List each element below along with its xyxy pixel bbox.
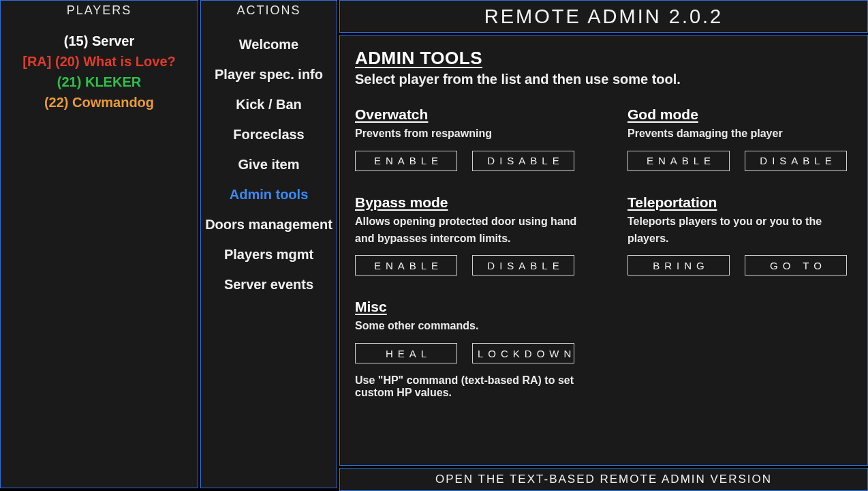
action-item[interactable]: Admin tools (201, 179, 337, 209)
page-subheading: Select player from the list and then use… (355, 72, 852, 87)
overwatch-disable-button[interactable]: DISABLE (472, 151, 574, 171)
bypass-enable-button[interactable]: ENABLE (355, 255, 457, 276)
tool-desc: Prevents damaging the player (627, 125, 852, 143)
player-list: (15) Server[RA] (20) What is Love?(21) K… (1, 21, 198, 488)
action-item[interactable]: Kick / Ban (201, 89, 337, 119)
player-item[interactable]: (15) Server (1, 31, 198, 51)
player-item[interactable]: (21) KLEKER (1, 72, 198, 92)
players-panel: PLAYERS (15) Server[RA] (20) What is Lov… (0, 0, 198, 488)
tool-title: Teleportation (627, 194, 852, 211)
bypass-disable-button[interactable]: DISABLE (472, 255, 574, 276)
actions-header: ACTIONS (201, 1, 337, 21)
teleport-goto-button[interactable]: GO TO (745, 255, 847, 276)
app-title: REMOTE ADMIN 2.0.2 (339, 0, 868, 33)
actions-list: WelcomePlayer spec. infoKick / BanForcec… (201, 21, 337, 488)
action-item[interactable]: Forceclass (201, 119, 337, 149)
tool-title: Misc (355, 299, 580, 315)
tool-overwatch: Overwatch Prevents from respawning ENABL… (355, 106, 580, 171)
player-item[interactable]: [RA] (20) What is Love? (1, 51, 198, 72)
misc-heal-button[interactable]: HEAL (355, 343, 457, 363)
action-item[interactable]: Player spec. info (201, 59, 337, 89)
players-header: PLAYERS (1, 1, 198, 21)
tool-desc: Some other commands. (355, 318, 580, 335)
tool-bypass: Bypass mode Allows opening protected doo… (355, 194, 580, 276)
page-heading: ADMIN TOOLS (355, 48, 852, 69)
action-item[interactable]: Players mgmt (201, 239, 337, 269)
godmode-disable-button[interactable]: DISABLE (745, 151, 847, 171)
misc-lockdown-button[interactable]: LOCKDOWN (472, 343, 574, 363)
tool-title: Bypass mode (355, 194, 580, 211)
tool-title: God mode (627, 106, 852, 123)
tool-desc: Allows opening protected door using hand… (355, 213, 580, 248)
overwatch-enable-button[interactable]: ENABLE (355, 151, 457, 171)
action-item[interactable]: Server events (201, 269, 337, 299)
teleport-bring-button[interactable]: BRING (627, 255, 730, 276)
action-item[interactable]: Doors management (201, 209, 337, 239)
misc-note: Use "HP" command (text-based RA) to set … (355, 374, 580, 399)
action-item[interactable]: Welcome (201, 29, 337, 59)
open-text-ra-button[interactable]: OPEN THE TEXT-BASED REMOTE ADMIN VERSION (339, 468, 868, 491)
main-content: ADMIN TOOLS Select player from the list … (339, 35, 868, 466)
tool-desc: Teleports players to you or you to the p… (627, 213, 852, 248)
action-item[interactable]: Give item (201, 149, 337, 179)
tool-godmode: God mode Prevents damaging the player EN… (627, 106, 852, 171)
actions-panel: ACTIONS WelcomePlayer spec. infoKick / B… (200, 0, 337, 488)
tool-misc: Misc Some other commands. HEAL LOCKDOWN … (355, 299, 580, 399)
tool-teleportation: Teleportation Teleports players to you o… (627, 194, 852, 276)
godmode-enable-button[interactable]: ENABLE (627, 151, 730, 171)
tool-title: Overwatch (355, 106, 580, 123)
tool-desc: Prevents from respawning (355, 125, 580, 143)
player-item[interactable]: (22) Cowmandog (1, 92, 198, 113)
main-column: REMOTE ADMIN 2.0.2 ADMIN TOOLS Select pl… (339, 0, 868, 491)
